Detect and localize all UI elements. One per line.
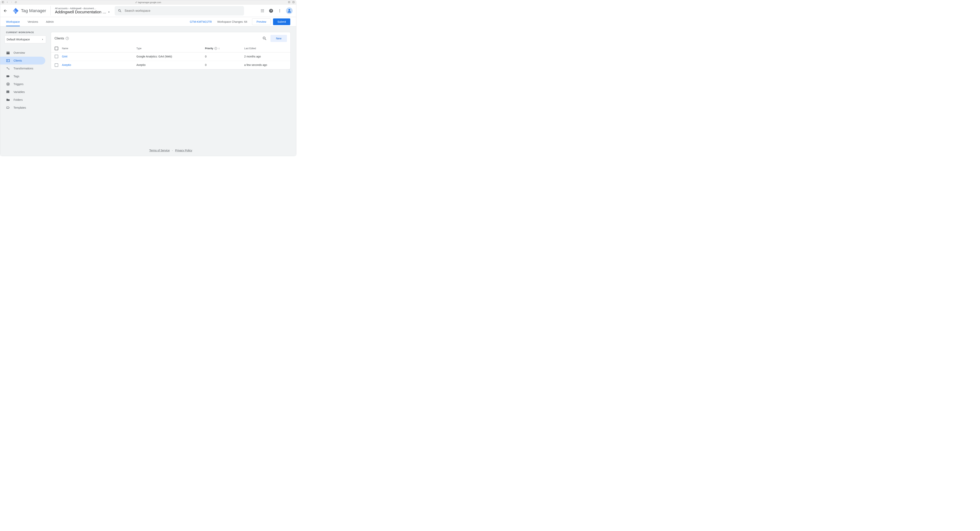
clients-card: Clients ? New Name Type bbox=[51, 32, 291, 69]
footer: Terms of Service · Privacy Policy bbox=[51, 145, 291, 156]
folders-icon bbox=[6, 98, 10, 102]
workspace-name: Default Workspace bbox=[7, 38, 30, 41]
sidebar-item-label: Variables bbox=[14, 90, 25, 94]
browser-share-icon[interactable] bbox=[288, 1, 290, 4]
column-header-last-edited[interactable]: Last Edited bbox=[244, 45, 291, 53]
card-title: Clients bbox=[54, 37, 64, 40]
svg-point-9 bbox=[261, 10, 262, 11]
svg-point-6 bbox=[261, 9, 262, 10]
card-search-icon[interactable] bbox=[262, 36, 267, 41]
svg-point-19 bbox=[279, 11, 280, 12]
overview-icon bbox=[6, 51, 10, 55]
table-row[interactable]: GA4 Google Analytics: GA4 (Web) 0 2 mont… bbox=[51, 53, 291, 61]
browser-back-icon[interactable] bbox=[6, 1, 8, 4]
templates-icon bbox=[6, 106, 10, 110]
tab-admin[interactable]: Admin bbox=[46, 17, 54, 26]
terms-link[interactable]: Terms of Service bbox=[149, 149, 170, 152]
sidebar-item-tags[interactable]: Tags bbox=[0, 72, 45, 80]
table-row[interactable]: Axeptio Axeptio 0 a few seconds ago bbox=[51, 61, 291, 69]
transformations-icon bbox=[6, 67, 10, 70]
client-name-link[interactable]: Axeptio bbox=[62, 63, 71, 67]
sidebar-item-clients[interactable]: Clients bbox=[0, 57, 45, 64]
more-icon[interactable] bbox=[277, 8, 282, 13]
apps-icon[interactable] bbox=[260, 8, 265, 13]
browser-chrome: tagmanager.google.com bbox=[0, 0, 296, 5]
svg-point-22 bbox=[7, 67, 7, 68]
container-id[interactable]: GTM-KMTW2JTR bbox=[190, 20, 212, 23]
svg-point-5 bbox=[15, 12, 16, 14]
tabs-row: Workspace Versions Admin GTM-KMTW2JTR Wo… bbox=[0, 17, 296, 27]
svg-text:?: ? bbox=[270, 9, 272, 12]
sidebar-item-templates[interactable]: Templates bbox=[0, 104, 45, 112]
container-dropdown-icon[interactable]: ▼ bbox=[108, 11, 110, 13]
sidebar-item-overview[interactable]: Overview bbox=[0, 49, 45, 57]
current-workspace-label: CURRENT WORKSPACE bbox=[0, 31, 51, 33]
tab-workspace[interactable]: Workspace bbox=[6, 17, 20, 26]
column-header-type[interactable]: Type bbox=[137, 45, 205, 53]
tab-versions[interactable]: Versions bbox=[28, 17, 38, 26]
breadcrumb-account: Addingwell - document… bbox=[70, 7, 96, 10]
client-priority: 0 bbox=[205, 61, 244, 69]
svg-point-18 bbox=[279, 10, 280, 11]
triggers-icon bbox=[6, 82, 10, 86]
svg-point-12 bbox=[261, 11, 262, 12]
svg-rect-27 bbox=[8, 91, 8, 93]
submit-button[interactable]: Submit bbox=[273, 18, 290, 25]
sidebar-item-variables[interactable]: Variables bbox=[0, 88, 45, 96]
sidebar-item-transformations[interactable]: Transformations bbox=[0, 64, 45, 72]
avatar[interactable] bbox=[286, 8, 293, 14]
client-last-edited: 2 months ago bbox=[244, 53, 291, 61]
browser-forward-icon bbox=[10, 1, 13, 4]
product-name: Tag Manager bbox=[21, 8, 46, 13]
sidebar-item-label: Tags bbox=[14, 75, 19, 78]
row-checkbox[interactable] bbox=[55, 55, 58, 58]
sidebar: CURRENT WORKSPACE Default Workspace Over… bbox=[0, 27, 51, 156]
sort-arrow-up-icon: ↑ bbox=[218, 47, 220, 50]
svg-rect-26 bbox=[7, 91, 7, 93]
help-circle-icon[interactable]: ? bbox=[215, 47, 217, 50]
workspace-selector[interactable]: Default Workspace bbox=[5, 35, 46, 43]
variables-icon bbox=[6, 90, 10, 94]
sidebar-item-label: Triggers bbox=[14, 83, 24, 86]
svg-point-14 bbox=[263, 11, 264, 12]
search-bar[interactable] bbox=[115, 6, 244, 16]
svg-point-7 bbox=[262, 9, 262, 10]
sidebar-item-label: Transformations bbox=[14, 67, 33, 70]
client-last-edited: a few seconds ago bbox=[244, 61, 291, 69]
column-header-priority[interactable]: Priority ? ↑ bbox=[205, 45, 244, 53]
svg-point-17 bbox=[279, 9, 280, 10]
client-name-link[interactable]: GA4 bbox=[62, 55, 67, 58]
breadcrumb[interactable]: All accounts › Addingwell - document… bbox=[55, 7, 110, 10]
search-icon bbox=[118, 9, 122, 13]
workspace-changes[interactable]: Workspace Changes: 64 bbox=[217, 20, 247, 23]
sidebar-item-folders[interactable]: Folders bbox=[0, 96, 45, 104]
privacy-link[interactable]: Privacy Policy bbox=[175, 149, 192, 152]
help-circle-icon[interactable]: ? bbox=[66, 37, 69, 40]
row-checkbox[interactable] bbox=[55, 63, 58, 67]
gtm-logo-icon bbox=[12, 8, 19, 14]
tags-icon bbox=[6, 74, 10, 78]
svg-point-8 bbox=[263, 9, 264, 10]
app-header: Tag Manager All accounts › Addingwell - … bbox=[0, 5, 296, 17]
column-header-name[interactable]: Name bbox=[62, 45, 137, 53]
back-button[interactable] bbox=[3, 8, 8, 13]
browser-reload-icon[interactable] bbox=[15, 1, 17, 4]
select-all-checkbox[interactable] bbox=[55, 47, 58, 50]
sidebar-item-label: Folders bbox=[14, 98, 23, 101]
svg-rect-28 bbox=[9, 91, 9, 93]
client-priority: 0 bbox=[205, 53, 244, 61]
product-logo-block[interactable]: Tag Manager bbox=[12, 6, 51, 16]
sidebar-toggle-icon[interactable] bbox=[2, 1, 4, 4]
preview-button[interactable]: Preview bbox=[252, 18, 271, 25]
sidebar-item-triggers[interactable]: Triggers bbox=[0, 80, 45, 88]
browser-panel-icon[interactable] bbox=[292, 1, 294, 4]
new-button[interactable]: New bbox=[270, 35, 287, 42]
browser-url: tagmanager.google.com bbox=[138, 1, 161, 3]
client-type: Google Analytics: GA4 (Web) bbox=[137, 53, 205, 61]
svg-point-25 bbox=[8, 83, 9, 85]
help-icon[interactable]: ? bbox=[269, 8, 274, 13]
client-type: Axeptio bbox=[137, 61, 205, 69]
breadcrumb-root: All accounts bbox=[55, 7, 68, 10]
svg-point-11 bbox=[263, 10, 264, 11]
search-input[interactable] bbox=[124, 9, 241, 13]
